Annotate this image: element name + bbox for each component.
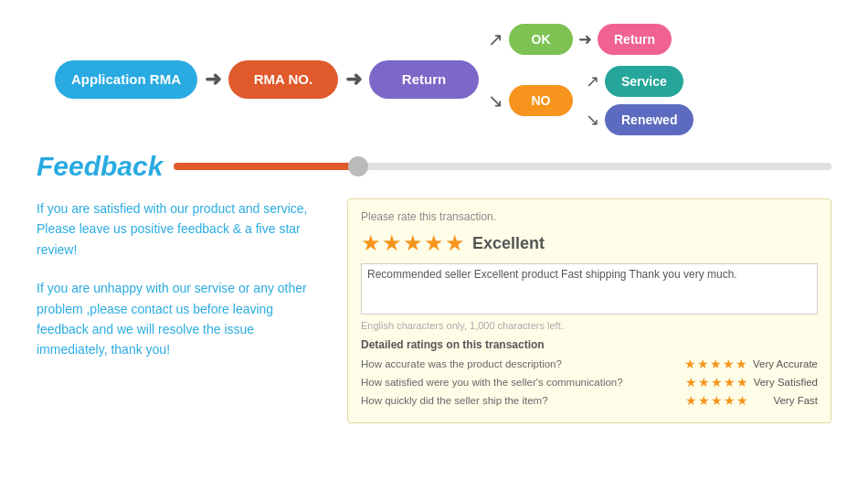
outcome-arrow-ok: ➜ bbox=[578, 29, 592, 49]
review-card-prompt: Please rate this transaction. bbox=[361, 210, 818, 223]
branch-arrow-ok: ↗ bbox=[488, 28, 503, 50]
ds1-4: ★ bbox=[723, 357, 735, 371]
ok-branch: ↗ OK ➜ Return bbox=[488, 24, 693, 55]
ds3-3: ★ bbox=[711, 393, 723, 408]
progress-knob[interactable] bbox=[348, 156, 368, 176]
flow-diagram: Application RMA ➜ RMA NO. ➜ Return ↗ OK … bbox=[0, 0, 868, 151]
node-outcome-renewed: Renewed bbox=[605, 104, 693, 135]
ds3-1: ★ bbox=[685, 393, 697, 408]
ds3-5: ★ bbox=[736, 393, 748, 408]
ds3-4: ★ bbox=[724, 393, 736, 408]
star-2: ★ bbox=[382, 230, 402, 256]
node-outcome-return: Return bbox=[598, 24, 672, 55]
ds2-2: ★ bbox=[698, 375, 710, 390]
arrow-2: ➜ bbox=[345, 68, 362, 91]
outcome-arrow-service: ↗ bbox=[586, 71, 599, 91]
node-outcome-service: Service bbox=[605, 66, 683, 97]
review-textarea[interactable] bbox=[361, 263, 818, 315]
detail-answer-1: Very Accurate bbox=[753, 358, 818, 369]
star-rating-row: ★ ★ ★ ★ ★ Excellent bbox=[361, 230, 818, 256]
detail-row-1: How accurate was the product description… bbox=[361, 357, 818, 371]
main-stars: ★ ★ ★ ★ ★ bbox=[361, 230, 465, 256]
outcome-renewed-row: ↘ Renewed bbox=[580, 104, 693, 135]
ds2-4: ★ bbox=[724, 375, 736, 390]
branch-split: ↗ OK ➜ Return ↘ NO ↗ Service bbox=[488, 18, 693, 141]
node-rma-no: RMA NO. bbox=[228, 60, 338, 99]
star-1: ★ bbox=[361, 230, 381, 256]
ds2-5: ★ bbox=[736, 375, 748, 390]
char-count: English characters only, 1,000 character… bbox=[361, 320, 818, 331]
detail-row-2: How satisfied were you with the seller's… bbox=[361, 375, 818, 390]
star-5: ★ bbox=[445, 230, 465, 256]
outcome-arrow-renewed: ↘ bbox=[586, 110, 599, 130]
ds2-1: ★ bbox=[685, 375, 697, 390]
rating-label: Excellent bbox=[472, 234, 545, 253]
node-return: Return bbox=[369, 60, 479, 99]
no-branch: ↘ NO ↗ Service ↘ Renewed bbox=[488, 66, 693, 135]
branch-arrow-no: ↘ bbox=[488, 90, 503, 112]
ds1-2: ★ bbox=[697, 357, 709, 371]
ds1-3: ★ bbox=[710, 357, 722, 371]
outcome-service-row: ↗ Service bbox=[580, 66, 693, 97]
detail-question-1: How accurate was the product description… bbox=[361, 358, 679, 369]
feedback-section: Feedback If you are satisfied with our p… bbox=[0, 151, 868, 423]
review-card: Please rate this transaction. ★ ★ ★ ★ ★ … bbox=[347, 198, 831, 423]
detail-stars-1: ★ ★ ★ ★ ★ bbox=[684, 357, 747, 371]
detail-row-3: How quickly did the seller ship the item… bbox=[361, 393, 818, 408]
arrow-1: ➜ bbox=[205, 68, 221, 91]
detail-question-2: How satisfied were you with the seller's… bbox=[361, 377, 680, 388]
feedback-text: If you are satisfied with our product an… bbox=[37, 198, 320, 360]
detail-stars-2: ★ ★ ★ ★ ★ bbox=[685, 375, 748, 390]
detail-answer-2: Very Satisfied bbox=[754, 377, 818, 388]
feedback-text-positive: If you are satisfied with our product an… bbox=[37, 198, 320, 260]
detail-question-3: How quickly did the seller ship the item… bbox=[361, 395, 680, 406]
feedback-title: Feedback bbox=[37, 151, 163, 182]
star-3: ★ bbox=[403, 230, 423, 256]
feedback-text-negative: If you are unhappy with our servise or a… bbox=[37, 278, 320, 360]
outcome-group: ↗ Service ↘ Renewed bbox=[580, 66, 693, 135]
progress-fill bbox=[174, 163, 357, 170]
node-no: NO bbox=[509, 85, 573, 116]
feedback-body: If you are satisfied with our product an… bbox=[37, 198, 831, 423]
ds3-2: ★ bbox=[698, 393, 710, 408]
ds2-3: ★ bbox=[711, 375, 723, 390]
detail-stars-3: ★ ★ ★ ★ ★ bbox=[685, 393, 748, 408]
detailed-title: Detailed ratings on this transaction bbox=[361, 338, 818, 351]
ds1-1: ★ bbox=[684, 357, 696, 371]
progress-bar[interactable] bbox=[174, 163, 831, 170]
node-ok: OK bbox=[509, 24, 573, 55]
feedback-header: Feedback bbox=[37, 151, 831, 182]
ds1-5: ★ bbox=[736, 357, 747, 371]
star-4: ★ bbox=[424, 230, 444, 256]
detail-answer-3: Very Fast bbox=[754, 395, 818, 406]
node-application: Application RMA bbox=[55, 60, 197, 99]
